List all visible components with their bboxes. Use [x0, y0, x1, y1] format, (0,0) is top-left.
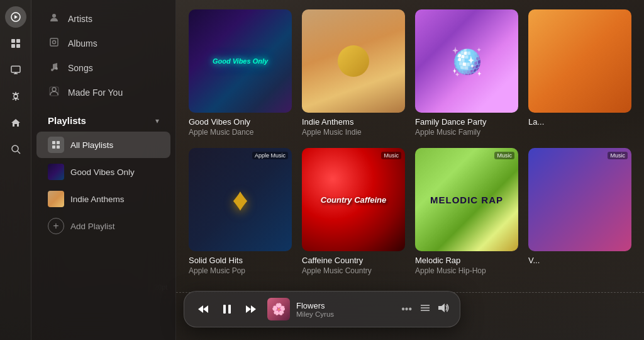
albums-icon [48, 37, 60, 49]
pause-button[interactable] [218, 300, 236, 318]
add-playlist-button[interactable]: + Add Playlist [36, 213, 170, 239]
now-playing-track: 🌸 Flowers Miley Cyrus ••• [267, 298, 412, 320]
nav-item-artists[interactable]: Artists [36, 7, 170, 30]
card-row2-last-thumb: Music [528, 148, 631, 251]
svg-rect-23 [52, 145, 55, 149]
card-good-vibes-thumb [189, 9, 292, 113]
card-melodic-rap[interactable]: Music Melodic Rap Apple Music Hip-Hop [415, 148, 518, 275]
nav-sidebar: Artists Albums Songs [31, 0, 176, 340]
playback-controls [194, 300, 260, 318]
card-solid-gold-title: Solid Gold Hits [189, 256, 292, 265]
fast-forward-button[interactable] [242, 300, 260, 318]
svg-rect-22 [57, 141, 60, 144]
svg-rect-21 [52, 141, 55, 144]
icon-sidebar [0, 0, 31, 340]
svg-marker-29 [246, 305, 251, 313]
nav-item-songs-label: Songs [68, 63, 93, 73]
songs-icon [48, 62, 60, 74]
add-playlist-label: Add Playlist [70, 222, 115, 231]
track-title: Flowers [296, 301, 395, 310]
rewind-button[interactable] [194, 300, 212, 318]
all-playlists-label: All Playlists [70, 140, 113, 150]
indie-thumb [48, 191, 64, 207]
sidebar-icon-grid[interactable] [5, 33, 26, 54]
sidebar-icon-search[interactable] [5, 139, 26, 160]
svg-rect-28 [228, 305, 231, 314]
nav-item-albums-label: Albums [68, 38, 97, 48]
card-family-dance-thumb: 🪩 [415, 9, 518, 113]
svg-rect-24 [57, 145, 60, 149]
card-caffeine-country-subtitle: Apple Music Country [302, 266, 405, 275]
nav-item-albums[interactable]: Albums [36, 31, 170, 55]
nav-item-artists-label: Artists [68, 14, 92, 24]
app-container: Artists Albums Songs [0, 0, 644, 340]
svg-rect-4 [11, 44, 15, 48]
svg-marker-30 [251, 305, 256, 313]
card-family-dance[interactable]: 🪩 Family Dance Party Apple Music Family [415, 9, 518, 137]
sidebar-icon-home[interactable] [5, 112, 26, 133]
svg-point-18 [55, 67, 58, 70]
playlist-item-indie[interactable]: Indie Anthems [36, 186, 170, 212]
card-solid-gold-thumb: Apple Music [189, 148, 292, 251]
card-indie-anthems-subtitle: Apple Music Indie [302, 128, 405, 137]
playlists-title: Playlists [48, 115, 86, 126]
svg-point-9 [14, 94, 18, 98]
card-solid-gold-subtitle: Apple Music Pop [189, 266, 292, 275]
svg-line-13 [18, 151, 20, 154]
card-indie-anthems-thumb [302, 9, 405, 113]
svg-rect-5 [16, 44, 20, 48]
svg-marker-25 [198, 305, 203, 313]
add-icon: + [48, 218, 64, 234]
card-melodic-rap-thumb: Music [415, 148, 518, 251]
card-good-vibes-title: Good Vibes Only [189, 117, 292, 127]
artists-icon [48, 13, 60, 25]
svg-rect-27 [223, 305, 226, 314]
svg-marker-34 [438, 303, 445, 312]
melodic-rap-music-badge: Music [494, 152, 514, 159]
card-caffeine-country[interactable]: Music Caffeine Country Apple Music Count… [302, 148, 405, 275]
good-vibes-label: Good Vibes Only [70, 167, 135, 177]
card-good-vibes[interactable]: Good Vibes Only Apple Music Dance [189, 9, 292, 137]
card-row2-last[interactable]: Music V... [528, 148, 631, 275]
sidebar-icon-antenna[interactable] [5, 86, 26, 107]
card-solid-gold[interactable]: Apple Music Solid Gold Hits Apple Music … [189, 148, 292, 275]
sidebar-icon-play[interactable] [5, 6, 26, 28]
svg-rect-15 [50, 38, 58, 46]
made-for-you-icon [48, 86, 60, 98]
svg-rect-3 [16, 39, 20, 43]
apple-music-badge: Apple Music [252, 152, 288, 159]
card-melodic-rap-subtitle: Apple Music Hip-Hop [415, 266, 518, 275]
now-playing-bar: 🌸 Flowers Miley Cyrus ••• [184, 291, 460, 327]
svg-rect-2 [11, 39, 15, 43]
volume-button[interactable] [437, 302, 450, 316]
more-options-button[interactable]: ••• [401, 303, 412, 315]
svg-point-19 [52, 88, 56, 91]
card-row1-last-thumb [528, 9, 631, 113]
nav-item-made-for-you[interactable]: Made For You [36, 81, 170, 104]
playlist-item-good-vibes[interactable]: Good Vibes Only [36, 159, 170, 185]
playlists-header[interactable]: Playlists ▾ [36, 110, 170, 131]
content-grid-row2: Apple Music Solid Gold Hits Apple Music … [189, 148, 631, 275]
card-row1-last-title: La... [528, 117, 631, 127]
nav-item-songs[interactable]: Songs [36, 56, 170, 79]
sidebar-icon-screen[interactable] [5, 59, 26, 81]
playlist-item-all[interactable]: All Playlists [36, 132, 170, 158]
card-caffeine-country-title: Caffeine Country [302, 256, 405, 265]
card-indie-anthems-title: Indie Anthems [302, 117, 405, 127]
card-family-dance-title: Family Dance Party [415, 117, 518, 127]
chevron-down-icon: ▾ [155, 116, 159, 125]
svg-marker-1 [14, 15, 18, 19]
card-indie-anthems[interactable]: Indie Anthems Apple Music Indie [302, 9, 405, 137]
queue-button[interactable] [419, 302, 431, 316]
card-caffeine-country-thumb: Music [302, 148, 405, 251]
caffeine-country-music-badge: Music [381, 152, 401, 159]
card-row2-last-title: V... [528, 256, 631, 265]
content-grid-row1: Good Vibes Only Apple Music Dance Indie … [189, 9, 631, 137]
card-family-dance-subtitle: Apple Music Family [415, 128, 518, 137]
card-good-vibes-subtitle: Apple Music Dance [189, 128, 292, 137]
svg-point-14 [52, 14, 56, 18]
svg-point-12 [12, 145, 18, 152]
card-row1-last[interactable]: La... [528, 9, 631, 137]
nav-item-made-for-you-label: Made For You [68, 88, 123, 98]
album-art: 🌸 [267, 298, 290, 320]
